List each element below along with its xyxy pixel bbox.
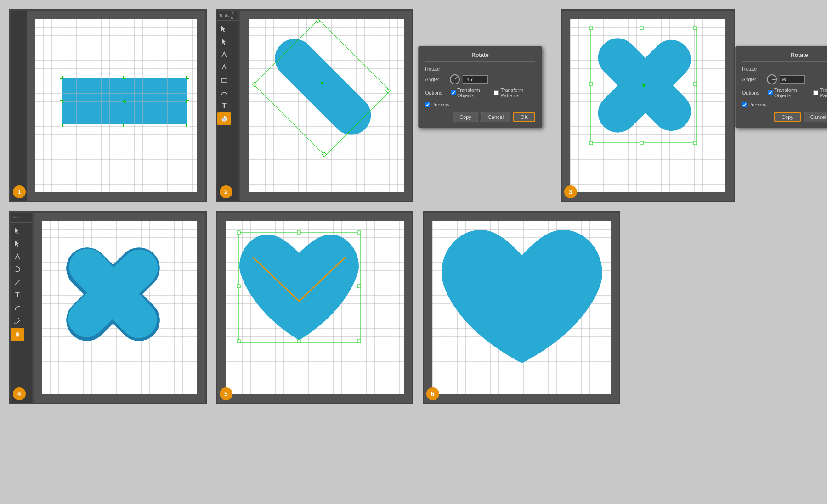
dialog1-title: Rotate [425,52,535,62]
step6-heart-svg [432,221,611,394]
svg-line-27 [15,280,20,285]
tool-rotate[interactable] [217,112,231,125]
step-number-5: 5 [220,387,232,400]
dialog1-ok-button[interactable]: OK [513,112,535,122]
dialog2-cancel-button[interactable]: Cancel [804,112,827,122]
step-4-wrapper: ✕ » T [9,211,207,404]
step-number-4: 4 [13,387,26,400]
tool-rect[interactable] [217,74,231,87]
toolbar2-close: ✕ » [231,11,236,21]
tool4-direct[interactable] [11,237,24,250]
dialog1-options-label: Options: [425,90,447,95]
dialog2-preview[interactable]: Preview [742,102,766,107]
step4-shape-svg [42,221,197,394]
svg-point-2 [224,52,225,53]
tool4-select[interactable] [11,224,24,237]
tool-path[interactable] [217,87,231,100]
dialog2-copy-button[interactable]: Copy [774,112,801,122]
dialog1-preview-check[interactable] [425,102,430,107]
svg-point-26 [17,254,18,255]
tool4-blob[interactable] [11,328,24,341]
step-4-canvas [42,221,197,394]
svg-rect-17 [589,141,593,145]
dialog2-transform-patterns[interactable]: Transform Patterns [813,87,827,98]
svg-rect-21 [640,141,643,145]
dialog2-transform-objects-check[interactable] [768,90,773,95]
dialog2-buttons: Copy Cancel OK [742,112,827,122]
dialog1-angle-label: Angle: [425,77,447,82]
step-3-wrapper: Rotate Rotate Angle: Options: Transform … [561,9,735,202]
step-number-2: 2 [220,185,232,198]
tool-select[interactable] [217,22,231,35]
dialog1-rotate-label: Rotate [425,66,535,72]
step-3-panel [561,9,735,202]
step-3-canvas [570,19,725,192]
svg-point-15 [642,84,645,87]
step-1-wrapper: 1 [9,9,207,202]
step-6-wrapper: 6 [423,211,620,404]
dialog2-angle-input[interactable] [780,75,805,84]
tool-text[interactable]: T [217,100,231,112]
tool4-eyedropper[interactable] [11,314,24,327]
dialog1-transform-patterns-check[interactable] [494,90,499,95]
tool4-arc[interactable] [11,302,24,314]
tool-pen[interactable] [217,48,231,61]
step-1-toolbar [11,11,27,201]
tool4-lasso[interactable] [11,263,24,276]
svg-point-29 [16,332,19,336]
tool4-line[interactable] [11,276,24,289]
dialog1-copy-button[interactable]: Copy [453,112,478,122]
dialog1-transform-objects[interactable]: Transform Objects [451,87,490,98]
step-1-panel [9,9,207,202]
step-6-canvas [432,221,611,394]
rotate-dialog-1: Rotate Rotate Angle: Options: Transform … [418,46,542,128]
step-1-canvas [35,19,197,192]
dialog2-title: Rotate [742,52,827,62]
svg-rect-6 [254,20,391,156]
step2-selection-svg [249,19,404,192]
step-5-panel [216,211,414,404]
step-6-panel [423,211,620,404]
dialog2-preview-check[interactable] [742,102,747,107]
step-number-1: 1 [13,185,26,198]
svg-line-28 [17,318,18,320]
svg-rect-23 [589,82,593,85]
dialog1-buttons: Copy Cancel OK [425,112,535,122]
svg-marker-1 [222,39,226,45]
tool4-pen[interactable] [11,250,24,263]
dialog2-transform-objects[interactable]: Transform Objects [768,87,810,98]
tool-pencil[interactable] [217,61,231,74]
selection-1 [61,77,188,126]
step-2-wrapper: Tools ✕ » T [216,9,414,202]
dialog2-transform-patterns-check[interactable] [813,90,818,95]
svg-point-7 [321,82,323,84]
svg-marker-25 [15,241,19,247]
dialog1-preview[interactable]: Preview [425,102,449,107]
step-2-canvas [249,19,404,192]
step-number-3: 3 [564,185,577,198]
rotate-dialog-2: Rotate Rotate Angle: Options: Transform … [735,46,827,128]
step-4-panel [32,211,207,404]
step-5-wrapper: 5 [216,211,414,404]
dialog1-cancel-button[interactable]: Cancel [481,112,510,122]
step-number-6: 6 [426,387,439,400]
svg-rect-19 [693,141,697,145]
dialog1-angle-input[interactable] [463,75,488,84]
toolbar2-header: Tools [219,13,229,18]
tool-direct-select[interactable] [217,35,231,48]
step5-path-svg [226,221,404,394]
svg-marker-0 [221,26,226,32]
step3-selection-svg [570,19,725,192]
svg-rect-22 [693,82,697,85]
dialog2-angle-label: Angle: [742,77,764,82]
svg-rect-16 [589,27,593,30]
dialog2-angle-dial [767,74,777,84]
svg-rect-20 [640,27,643,30]
toolbar4-label: ✕ » [12,215,20,220]
dialog1-angle-dial [450,74,460,84]
dialog1-transform-objects-check[interactable] [451,90,456,95]
tool4-text[interactable]: T [11,289,24,302]
dialog2-options-label: Options: [742,90,764,95]
dialog1-transform-patterns[interactable]: Transform Patterns [494,87,535,98]
svg-rect-10 [316,19,320,23]
